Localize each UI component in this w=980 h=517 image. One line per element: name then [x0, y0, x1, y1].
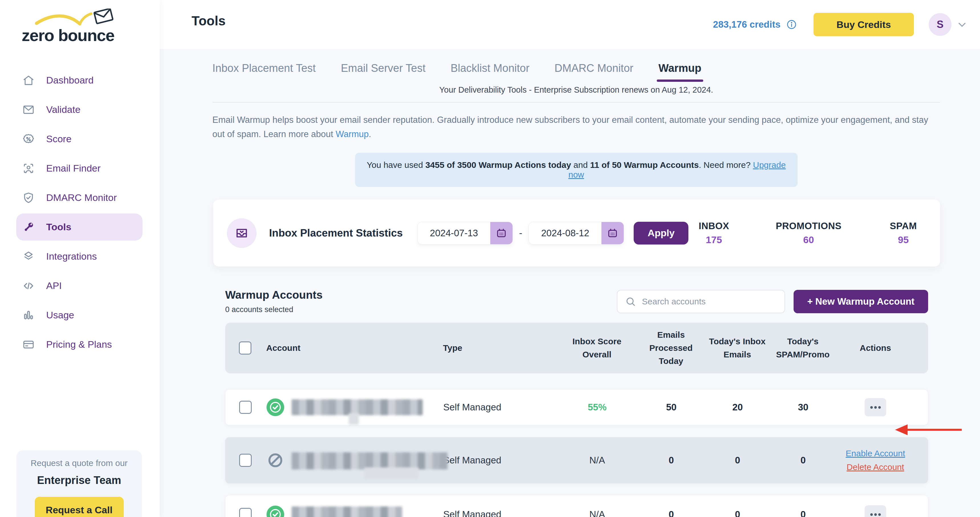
select-all-checkbox[interactable] — [239, 342, 251, 355]
zerobounce-tools-page: { "brand": { "logo_word1": "zero", "logo… — [0, 0, 980, 517]
layers-icon — [22, 250, 35, 263]
sidebar-item-pricing-plans[interactable]: Pricing & Plans — [0, 330, 160, 359]
date-range-picker: 2024-07-13 - 2024-08-12 Apply — [417, 222, 688, 245]
enable-account-link[interactable]: Enable Account — [846, 449, 905, 458]
zerobounce-logo[interactable]: zero bounce — [21, 8, 140, 51]
column-header-account: Account — [266, 342, 443, 355]
credits-balance[interactable]: 283,176 credits — [713, 19, 781, 30]
credit-card-icon — [22, 338, 35, 351]
row-checkbox[interactable] — [239, 401, 252, 414]
sidebar-item-dmarc-monitor[interactable]: DMARC Monitor — [0, 183, 160, 212]
calendar-icon[interactable] — [490, 222, 512, 244]
search-input[interactable] — [642, 297, 777, 306]
table-row: Self Managed 55% 50 20 30 — [225, 389, 928, 425]
warmup-accounts-header: Warmup Accounts 0 accounts selected + Ne… — [225, 289, 928, 314]
tools-tabs: Inbox Placement Test Email Server Test B… — [212, 62, 940, 82]
request-call-button[interactable]: Request a Call — [35, 497, 124, 517]
table-row: Self Managed N/A 0 0 0 — [225, 495, 928, 517]
date-to-field[interactable]: 2024-08-12 — [528, 222, 624, 245]
emails-processed-value: 50 — [637, 402, 705, 413]
warmup-accounts-table: Account Type Inbox Score Overall Emails … — [225, 323, 928, 517]
warmup-description: Email Warmup helps boost your email send… — [212, 113, 940, 142]
sidebar-item-dashboard[interactable]: Dashboard — [0, 65, 160, 95]
row-actions-menu-button[interactable] — [865, 398, 886, 417]
column-header-actions: Actions — [836, 342, 915, 355]
delete-account-link[interactable]: Delete Account — [846, 462, 904, 472]
row-checkbox[interactable] — [239, 454, 252, 467]
date-to-value: 2024-08-12 — [529, 222, 601, 244]
row-actions-menu-button[interactable] — [865, 505, 886, 517]
warmup-description-text: Email Warmup helps boost your email send… — [212, 115, 928, 139]
date-range-separator: - — [519, 227, 522, 239]
sidebar-item-label: API — [46, 280, 62, 291]
table-row: Self Managed N/A 0 0 0 Enable Account De… — [225, 437, 928, 484]
tab-blacklist-monitor[interactable]: Blacklist Monitor — [451, 62, 530, 82]
sidebar-item-score[interactable]: Score — [0, 124, 160, 154]
check-circle-icon — [267, 506, 284, 517]
account-name-redacted — [292, 398, 443, 416]
sidebar-item-usage[interactable]: Usage — [0, 301, 160, 330]
logo-wordmark: zero bounce — [22, 25, 114, 45]
stat-value: 175 — [695, 234, 732, 245]
account-name-redacted — [292, 506, 443, 517]
notice-text: and — [571, 160, 590, 170]
tab-dmarc-monitor[interactable]: DMARC Monitor — [554, 62, 633, 82]
stat-inbox: INBOX 175 — [695, 221, 732, 245]
warmup-accounts-title: Warmup Accounts — [225, 289, 323, 301]
avatar[interactable]: S — [929, 13, 951, 36]
warmup-link[interactable]: Warmup — [336, 129, 369, 139]
date-from-value: 2024-07-13 — [418, 222, 490, 244]
tab-email-server-test[interactable]: Email Server Test — [341, 62, 426, 82]
envelope-icon — [22, 103, 35, 116]
column-header-todays-inbox: Today's Inbox Emails — [705, 335, 769, 361]
inbox-score-value: N/A — [557, 509, 637, 517]
percent-badge-icon — [22, 133, 35, 145]
account-name-redacted — [292, 452, 443, 469]
todays-inbox-value: 0 — [705, 455, 770, 466]
calendar-icon[interactable] — [601, 222, 624, 244]
notice-text: . Need more? — [698, 160, 753, 170]
sidebar-item-validate[interactable]: Validate — [0, 95, 160, 124]
accounts-search[interactable] — [617, 290, 785, 313]
info-icon[interactable] — [786, 19, 797, 30]
emails-processed-value: 0 — [637, 509, 705, 517]
column-header-type: Type — [443, 342, 557, 355]
apply-button[interactable]: Apply — [634, 222, 688, 245]
stat-value: 95 — [885, 234, 922, 245]
home-icon — [22, 74, 35, 87]
sidebar-item-label: Dashboard — [46, 75, 94, 86]
row-checkbox[interactable] — [239, 508, 252, 517]
sidebar-item-label: Usage — [46, 310, 74, 321]
ellipsis-icon — [870, 406, 873, 409]
sidebar-item-email-finder[interactable]: Email Finder — [0, 154, 160, 183]
accounts-selected-count: 0 accounts selected — [225, 305, 323, 314]
stat-promotions: PROMOTIONS 60 — [776, 221, 842, 245]
code-icon — [22, 280, 35, 292]
date-from-field[interactable]: 2024-07-13 — [417, 222, 513, 245]
chevron-down-icon[interactable] — [956, 19, 968, 30]
account-cell — [267, 452, 443, 469]
enterprise-quote-card: Request a quote from our Enterprise Team… — [16, 450, 142, 517]
warmup-accounts-titles: Warmup Accounts 0 accounts selected — [225, 289, 323, 314]
buy-credits-button[interactable]: Buy Credits — [813, 13, 914, 36]
tab-warmup[interactable]: Warmup — [659, 62, 702, 82]
tab-inbox-placement-test[interactable]: Inbox Placement Test — [212, 62, 316, 82]
stat-value: 60 — [776, 234, 842, 245]
account-cell — [267, 398, 443, 416]
notice-text: You have used — [367, 160, 425, 170]
subscription-subtitle: Your Deliverability Tools - Enterprise S… — [212, 85, 940, 95]
new-warmup-account-button[interactable]: + New Warmup Account — [794, 290, 928, 313]
sidebar-nav: Dashboard Validate Score Email Finder DM… — [0, 65, 160, 359]
todays-spam-value: 0 — [770, 455, 837, 466]
sidebar-item-tools[interactable]: Tools — [0, 212, 160, 242]
sidebar-item-integrations[interactable]: Integrations — [0, 242, 160, 271]
check-circle-icon — [267, 398, 284, 416]
search-icon — [625, 296, 636, 307]
sidebar-item-api[interactable]: API — [0, 271, 160, 301]
todays-spam-value: 30 — [770, 402, 837, 413]
account-type: Self Managed — [443, 402, 557, 413]
person-frame-icon — [22, 162, 35, 175]
stat-label: INBOX — [695, 221, 732, 231]
main-content: Inbox Placement Test Email Server Test B… — [212, 49, 940, 517]
stat-label: SPAM — [885, 221, 922, 231]
